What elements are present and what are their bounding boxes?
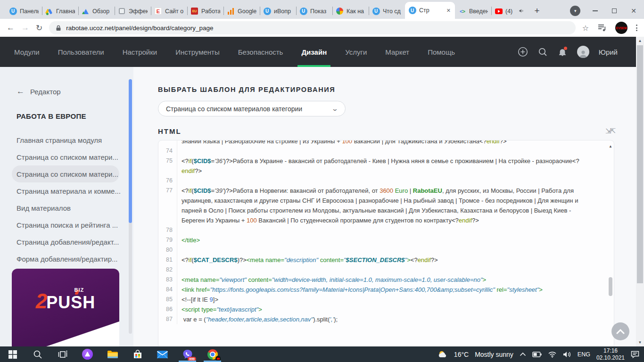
search-icon[interactable] — [537, 47, 548, 57]
nav-item-link[interactable]: Безопасность — [238, 37, 283, 67]
media-controls-button[interactable]: ▾ — [570, 6, 580, 16]
line-number: 82 — [158, 265, 177, 275]
sidebar-item[interactable]: Форма добавления/редактир... — [0, 250, 133, 267]
scrollbar-down-icon[interactable]: ▼ — [636, 340, 644, 345]
browser-tab[interactable]: (4) — [491, 3, 528, 19]
browser-tab[interactable]: EUРабота — [187, 3, 223, 19]
tray-chevron-up-icon[interactable] — [520, 352, 526, 356]
nav-item-active[interactable]: Дизайн — [301, 37, 327, 67]
clock[interactable]: 17:16 02.10.2021 — [596, 347, 625, 362]
yandex-alice-button[interactable] — [75, 346, 100, 362]
minimize-button[interactable] — [593, 10, 598, 11]
viber-button[interactable]: 999 — [175, 346, 200, 362]
maximize-button[interactable] — [612, 8, 617, 13]
playlist-extension-icon[interactable] — [597, 24, 607, 32]
browser-tab[interactable]: Эффек — [115, 3, 151, 19]
sidebar-item[interactable]: Страница поиска и рейтинга ... — [0, 216, 133, 233]
task-view-button[interactable] — [50, 346, 75, 362]
browser-tab[interactable]: UЧто сд — [369, 3, 405, 19]
reload-icon[interactable]: ↻ — [36, 23, 42, 33]
add-icon[interactable] — [518, 47, 528, 57]
close-window-button[interactable]: ✕ — [631, 7, 636, 15]
sidebar-item[interactable]: Главная страница модуля — [0, 132, 133, 148]
tab-label: Главна — [56, 8, 75, 15]
mail-button[interactable] — [150, 346, 175, 362]
bookmark-star-icon[interactable]: ☆ — [582, 24, 589, 33]
sidebar-item[interactable]: Вид материалов — [0, 199, 133, 216]
file-explorer-button[interactable] — [100, 346, 125, 362]
page-scrollbar[interactable]: ▲ ▼ — [636, 37, 644, 346]
taskbar-search-button[interactable] — [25, 346, 50, 362]
weather-desc[interactable]: Mostly sunny — [475, 351, 513, 358]
nav-item-link[interactable]: Инструменты — [175, 37, 220, 67]
browser-tab[interactable]: EСайт о — [151, 3, 187, 19]
nav-item-link[interactable]: Услуги — [345, 37, 367, 67]
tab-close-icon[interactable]: ✕ — [446, 8, 452, 14]
new-tab-button[interactable]: + — [530, 4, 544, 17]
url-field[interactable]: rabotae.ucoz.net/panel/design/board/cate… — [49, 21, 575, 34]
multi-favicon-icon — [336, 7, 344, 15]
page-scrollbar-thumb[interactable] — [637, 45, 643, 283]
browser-tab[interactable]: <>Введен — [455, 3, 491, 19]
sidebar-item[interactable]: Страница материала и комме... — [0, 182, 133, 199]
sidebar-scrollbar-thumb[interactable] — [129, 79, 132, 223]
code-text: <?if($CID$='39')?>Работа в Норвегии: вак… — [177, 186, 602, 225]
browser-tab[interactable]: Главна — [42, 3, 78, 19]
windows-start-button[interactable] — [0, 346, 25, 362]
browser-tab[interactable]: UПанель — [6, 3, 42, 19]
url-text: rabotae.ucoz.net/panel/design/board/cate… — [66, 25, 213, 32]
editor-scroll-up-icon[interactable]: ▲ — [608, 144, 613, 148]
forward-icon[interactable]: → — [21, 23, 29, 33]
user-name[interactable]: Юрий — [599, 48, 618, 56]
scrollbar-up-icon[interactable]: ▲ — [636, 39, 644, 43]
expand-editor-icon[interactable]: ⇲⇱ — [605, 127, 614, 135]
nav-item-link[interactable]: Настройки — [123, 37, 157, 67]
ucoz-favicon-icon: U — [299, 7, 307, 15]
browser-tab[interactable]: Обзор — [78, 3, 115, 19]
weather-icon[interactable] — [438, 350, 448, 359]
nav-item-link[interactable]: Модули — [14, 37, 40, 67]
weather-temp[interactable]: 16°C — [454, 351, 469, 358]
nav-item-link[interactable]: Помощь — [428, 37, 455, 67]
code-lines: знании языка | Разнорабочие на стройке |… — [158, 140, 614, 324]
volume-icon[interactable] — [563, 351, 571, 358]
tab-label: (4) — [505, 8, 516, 15]
page-title: ВЫБРАТЬ ШАБЛОН ДЛЯ РЕДАКТИРОВАНИЯ — [158, 86, 636, 93]
nav-item-link[interactable]: Маркет — [385, 37, 409, 67]
main-content: ВЫБРАТЬ ШАБЛОН ДЛЯ РЕДАКТИРОВАНИЯ Страни… — [133, 67, 636, 346]
line-number: 77 — [158, 186, 177, 225]
line-number: 80 — [158, 245, 177, 255]
code-line: 77<?if($CID$='39')?>Работа в Норвегии: в… — [158, 186, 614, 225]
wifi-icon[interactable] — [548, 351, 557, 358]
user-avatar[interactable] — [577, 46, 589, 58]
browser-tab-active[interactable]: UСтр✕ — [405, 2, 455, 19]
scroll-to-top-button[interactable] — [611, 322, 629, 340]
bell-icon[interactable] — [557, 47, 568, 57]
browser-tab[interactable]: Google — [223, 3, 260, 19]
nav-item-link[interactable]: Пользователи — [58, 37, 104, 67]
language-indicator[interactable]: ENG — [578, 351, 590, 358]
sidebar-item[interactable]: Страница со списком матери... — [0, 148, 133, 165]
browser-tab[interactable]: Как на — [332, 3, 369, 19]
browser-menu-icon[interactable] — [636, 25, 637, 31]
back-to-editor-link[interactable]: ← Редактор — [17, 87, 133, 96]
code-editor[interactable]: знании языка | Разнорабочие на стройке |… — [158, 140, 614, 351]
tab-audio-icon[interactable] — [519, 7, 524, 16]
browser-profile-avatar[interactable]: EVSEM — [615, 22, 627, 34]
sidebar-item[interactable]: Страница добавления/редакт... — [0, 233, 133, 250]
code-text — [177, 265, 602, 275]
action-center-icon[interactable] — [631, 351, 639, 358]
sidebar-item-selected[interactable]: Страница со списком матери... — [12, 165, 119, 182]
alice-icon — [82, 349, 93, 360]
dev-favicon-icon: <> — [458, 7, 466, 15]
template-select-value: Страница со списком материалов категории — [166, 105, 332, 113]
ad-banner[interactable]: 2PUSHBIZ — [12, 269, 119, 358]
chrome-button[interactable] — [200, 346, 225, 362]
back-icon[interactable]: ← — [7, 23, 15, 33]
browser-tab[interactable]: UПоказ — [296, 3, 332, 19]
editor-scrollbar-thumb[interactable] — [609, 277, 612, 296]
template-select[interactable]: Страница со списком материалов категории… — [158, 101, 346, 116]
microsoft-store-button[interactable] — [125, 346, 150, 362]
battery-icon[interactable] — [532, 352, 542, 357]
browser-tab[interactable]: UиВопр — [260, 3, 296, 19]
